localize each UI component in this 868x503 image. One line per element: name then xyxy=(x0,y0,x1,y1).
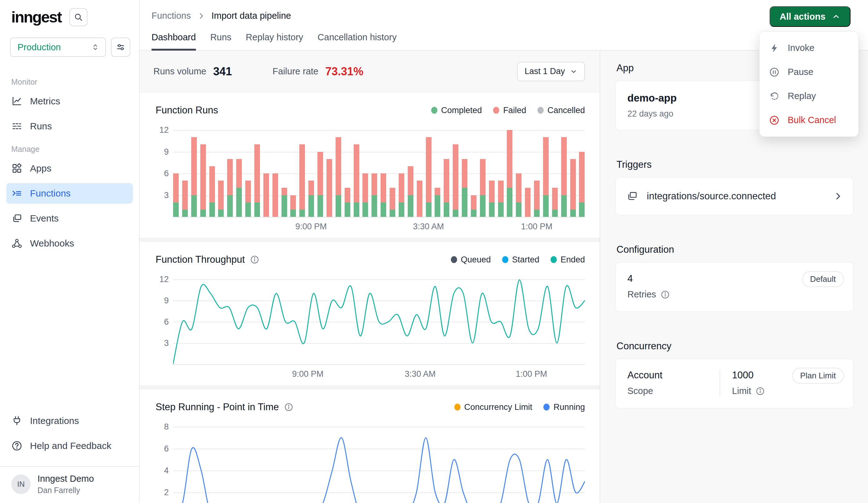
user-name: Inngest Demo xyxy=(38,474,94,484)
bar xyxy=(480,130,486,217)
sidebar-item-functions[interactable]: Functions xyxy=(6,183,133,204)
function-runs-legend: CompletedFailedCancelled xyxy=(431,106,585,115)
function-throughput-section: Function Throughput QueuedStartedEnded 1… xyxy=(140,242,600,386)
bar xyxy=(489,130,495,217)
user-menu[interactable]: IN Inngest Demo Dan Farrelly xyxy=(0,467,139,503)
tab-replay-history[interactable]: Replay history xyxy=(246,32,303,51)
nav-section-manage: Manage xyxy=(11,145,133,154)
concurrency-card: Account Scope 1000 Limit Plan Limit xyxy=(615,359,854,408)
all-actions-button[interactable]: All actions xyxy=(769,6,850,27)
metrics-chart-icon xyxy=(11,95,22,107)
step-running-plot[interactable]: 8642 xyxy=(173,427,585,503)
time-range-value: Last 1 Day xyxy=(525,66,565,76)
info-icon[interactable] xyxy=(661,290,670,299)
legend-dot xyxy=(537,107,544,114)
stats-band: Runs volume 341 Failure rate 73.31% Last… xyxy=(140,51,600,92)
legend-label: Cancelled xyxy=(547,106,585,115)
bar xyxy=(182,130,188,217)
event-icon xyxy=(626,190,638,202)
chevron-right-icon xyxy=(197,12,205,20)
legend-dot xyxy=(431,107,437,114)
bar xyxy=(327,130,332,217)
breadcrumb: Functions Import data pipeline xyxy=(140,0,868,21)
x-axis-tick: 3:30 AM xyxy=(413,222,444,232)
sidebar-item-label: Runs xyxy=(30,121,52,132)
chart-title: Function Runs xyxy=(156,105,218,116)
bar xyxy=(200,130,206,217)
failure-rate-stat: Failure rate 73.31% xyxy=(272,65,363,78)
bar xyxy=(516,130,521,217)
bar xyxy=(570,130,576,217)
menu-item-label: Invoke xyxy=(788,43,814,53)
bar xyxy=(209,130,215,217)
x-axis-tick: 1:00 PM xyxy=(516,369,547,379)
bar xyxy=(236,130,242,217)
legend-label: Ended xyxy=(560,255,585,265)
configuration-heading: Configuration xyxy=(617,244,854,255)
retries-label: Retries xyxy=(628,289,656,300)
y-axis-tick: 6 xyxy=(155,444,169,454)
tab-runs[interactable]: Runs xyxy=(210,32,231,51)
scope-label: Scope xyxy=(628,386,653,396)
avatar: IN xyxy=(11,474,31,494)
sidebar-item-label: Webhooks xyxy=(30,238,74,249)
trigger-card[interactable]: integrations/source.connected xyxy=(615,177,854,215)
legend-label: Completed xyxy=(441,106,482,115)
sidebar-item-runs[interactable]: Runs xyxy=(6,116,133,136)
chevron-up-down-icon xyxy=(91,43,100,52)
help-circle-icon xyxy=(11,440,22,451)
throughput-line xyxy=(173,279,585,364)
y-axis-tick: 9 xyxy=(155,147,169,156)
time-range-button[interactable]: Last 1 Day xyxy=(517,62,585,81)
y-axis-tick: 3 xyxy=(155,190,169,200)
failure-rate-value: 73.31% xyxy=(325,65,363,78)
breadcrumb-parent[interactable]: Functions xyxy=(152,11,191,21)
search-button[interactable] xyxy=(69,8,87,26)
legend-item: Ended xyxy=(550,255,585,265)
sidebar-item-webhooks[interactable]: Webhooks xyxy=(6,233,133,254)
gridline xyxy=(173,217,585,217)
tab-cancellation-history[interactable]: Cancellation history xyxy=(318,32,396,51)
bar xyxy=(579,130,585,217)
step-running-line xyxy=(173,427,585,503)
inngest-logo: inngest xyxy=(11,8,61,26)
function-runs-plot[interactable]: 12963 9:00 PM3:30 AM1:00 PM xyxy=(173,130,585,217)
bar xyxy=(426,130,432,217)
all-actions-label: All actions xyxy=(779,12,826,22)
info-icon[interactable] xyxy=(284,402,293,412)
tab-dashboard[interactable]: Dashboard xyxy=(152,32,196,51)
bar xyxy=(444,130,449,217)
menu-item-invoke[interactable]: Invoke xyxy=(760,36,858,60)
y-axis-tick: 8 xyxy=(155,422,169,432)
menu-item-pause[interactable]: Pause xyxy=(760,60,858,84)
bar xyxy=(525,130,530,217)
environment-select[interactable]: Production xyxy=(10,38,106,57)
sidebar-item-events[interactable]: Events xyxy=(6,208,133,229)
sidebar-item-apps[interactable]: Apps xyxy=(6,158,133,179)
info-icon[interactable] xyxy=(755,387,765,396)
bar xyxy=(417,130,422,217)
lightning-icon xyxy=(769,43,779,53)
chevron-right-icon xyxy=(833,192,843,201)
bar xyxy=(245,130,251,217)
plug-icon xyxy=(11,415,22,427)
sidebar-item-integrations[interactable]: Integrations xyxy=(6,411,133,431)
bar xyxy=(390,130,395,217)
failure-rate-label: Failure rate xyxy=(272,66,318,76)
legend-dot xyxy=(493,107,499,114)
webhooks-icon xyxy=(11,238,22,249)
menu-item-replay[interactable]: Replay xyxy=(760,84,858,108)
sidebar-item-metrics[interactable]: Metrics xyxy=(6,91,133,112)
chevron-up-icon xyxy=(832,12,840,21)
menu-item-bulk-cancel[interactable]: Bulk Cancel xyxy=(760,108,858,132)
legend-label: Concurrency Limit xyxy=(464,402,533,412)
legend-item: Queued xyxy=(451,255,491,265)
environment-filter-button[interactable] xyxy=(111,38,130,57)
sidebar-item-help[interactable]: Help and Feedback xyxy=(6,435,133,456)
function-throughput-plot[interactable]: 12963 9:00 PM3:30 AM1:00 PM xyxy=(173,279,585,364)
bar xyxy=(534,130,540,217)
y-axis-tick: 12 xyxy=(155,275,169,284)
sidebar-item-label: Help and Feedback xyxy=(30,441,111,451)
x-axis-labels: 9:00 PM3:30 AM1:00 PM xyxy=(173,222,585,233)
info-icon[interactable] xyxy=(250,255,259,264)
